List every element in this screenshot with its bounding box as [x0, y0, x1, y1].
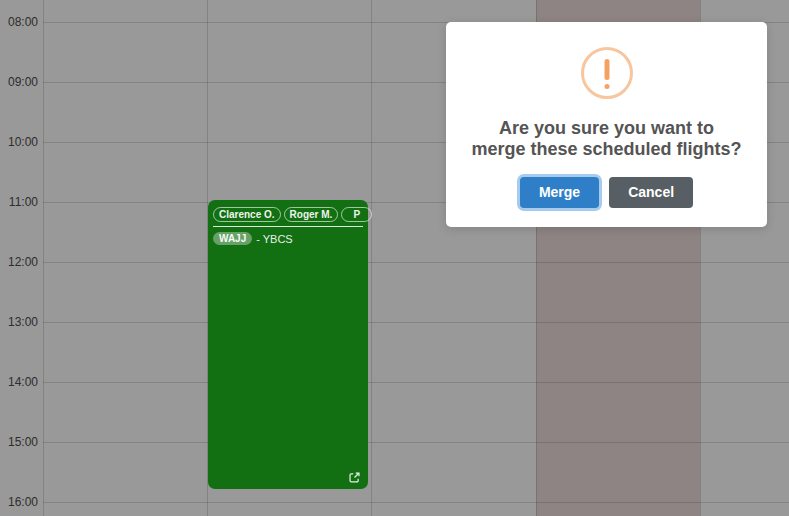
day-gridline: [371, 0, 372, 516]
time-label: 09:00: [0, 75, 38, 89]
hour-gridline: [43, 262, 789, 263]
time-label: 11:00: [0, 195, 38, 209]
external-link-icon[interactable]: [348, 470, 361, 483]
time-label: 12:00: [0, 255, 38, 269]
hour-gridline: [43, 442, 789, 443]
time-label: 10:00: [0, 135, 38, 149]
time-label: 08:00: [0, 15, 38, 29]
time-label: 15:00: [0, 435, 38, 449]
time-gutter-divider: [43, 0, 44, 516]
departure-airport-badge: WAJJ: [213, 232, 252, 245]
crew-badge: Clarence O.: [213, 207, 281, 222]
route-row: WAJJ - YBCS: [213, 232, 363, 245]
hour-gridline: [43, 382, 789, 383]
merge-confirmation-dialog: Are you sure you want to merge these sch…: [446, 22, 767, 227]
dialog-buttons: Merge Cancel: [520, 177, 693, 208]
cancel-button[interactable]: Cancel: [609, 177, 693, 208]
arrival-airport-label: - YBCS: [256, 233, 292, 245]
time-label: 16:00: [0, 495, 38, 509]
flight-event-block[interactable]: Clarence O. Roger M. P WAJJ - YBCS: [208, 200, 368, 489]
event-separator: [213, 226, 363, 227]
time-label: 13:00: [0, 315, 38, 329]
hour-gridline: [43, 322, 789, 323]
crew-badge: P: [341, 207, 372, 222]
crew-badge-row: Clarence O. Roger M. P: [213, 207, 363, 222]
merge-button[interactable]: Merge: [520, 177, 599, 208]
hour-gridline: [43, 502, 789, 503]
warning-exclamation-icon: [581, 47, 633, 99]
time-label: 14:00: [0, 375, 38, 389]
dialog-title: Are you sure you want to merge these sch…: [471, 118, 741, 160]
crew-badge: Roger M.: [284, 207, 339, 222]
